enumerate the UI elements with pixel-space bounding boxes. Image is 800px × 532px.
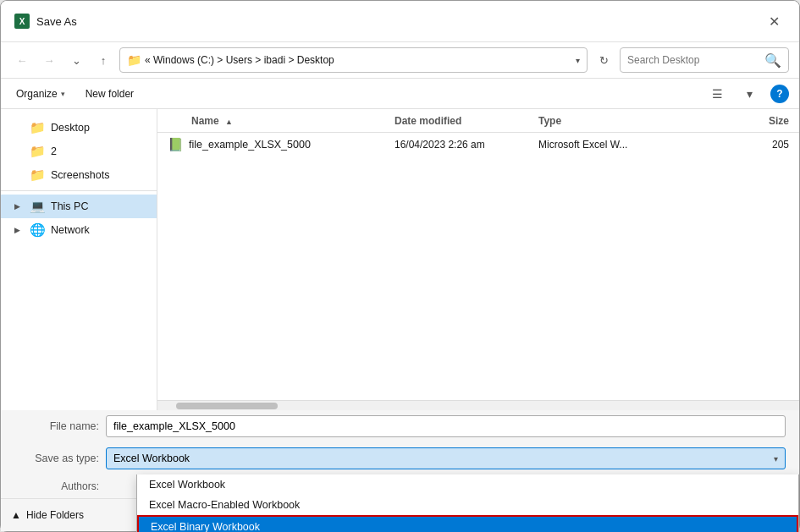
help-label: ? — [776, 88, 782, 100]
dropdown-item-label-1: Excel Macro-Enabled Workbook — [149, 499, 300, 511]
dropdown-item-label-2: Excel Binary Workbook — [151, 521, 260, 532]
search-box[interactable]: 🔍 — [620, 47, 789, 73]
col-name-label: Name — [191, 115, 219, 127]
hide-folders-arrow: ▲ — [11, 509, 21, 521]
help-button[interactable]: ? — [770, 85, 789, 103]
app-icon: X — [14, 14, 30, 29]
organize-button[interactable]: Organize ▾ — [11, 85, 70, 102]
sidebar-item-label-2: 2 — [51, 145, 57, 157]
dropdown-item-label-0: Excel Workbook — [149, 479, 225, 491]
view-list-button[interactable]: ☰ — [706, 83, 728, 105]
file-list-header: Name ▲ Date modified Type Size — [157, 109, 799, 133]
dropdown-item-excel-workbook[interactable]: Excel Workbook — [137, 474, 798, 495]
sidebar-item-this-pc[interactable]: ▶ 💻 This PC — [1, 195, 157, 218]
excel-icon: 📗 — [168, 137, 184, 152]
dropdown-item-excel-macro[interactable]: Excel Macro-Enabled Workbook — [137, 495, 798, 515]
expander-this-pc[interactable]: ▶ — [14, 202, 25, 211]
organize-arrow: ▾ — [61, 90, 65, 98]
network-icon: 🌐 — [30, 222, 46, 238]
col-header-size[interactable]: Size — [665, 115, 799, 127]
sidebar-item-desktop[interactable]: 📁 Desktop — [1, 116, 157, 140]
dropdown-arrow-icon: ▾ — [774, 454, 778, 463]
back-button[interactable]: ← — [11, 49, 33, 71]
save-as-dialog: X Save As ✕ ← → ⌄ ↑ 📁 « Windows (C:) > U… — [0, 0, 800, 532]
folder-icon: 📁 — [127, 53, 141, 67]
col-type-label: Type — [538, 115, 561, 127]
sidebar-item-label-screenshots: Screenshots — [51, 169, 109, 181]
save-as-type-label: Save as type: — [14, 452, 99, 464]
sidebar-item-label-this-pc: This PC — [51, 200, 88, 212]
sidebar-item-label-network: Network — [51, 224, 90, 236]
sidebar-item-label-desktop: Desktop — [51, 122, 90, 134]
new-folder-label: New folder — [86, 88, 134, 100]
file-list: Name ▲ Date modified Type Size 📗 file_ — [157, 109, 799, 410]
dialog-title: Save As — [36, 15, 762, 28]
file-row-name: 📗 file_example_XLSX_5000 — [157, 137, 394, 152]
hide-folders-label: Hide Folders — [26, 509, 84, 521]
table-row[interactable]: 📗 file_example_XLSX_5000 16/04/2023 2:26… — [157, 133, 799, 156]
col-header-date[interactable]: Date modified — [394, 115, 538, 127]
file-name-text: file_example_XLSX_5000 — [189, 139, 311, 151]
new-folder-button[interactable]: New folder — [80, 85, 139, 102]
hide-folders-button[interactable]: ▲ Hide Folders — [11, 509, 84, 521]
col-header-name[interactable]: Name ▲ — [157, 115, 394, 127]
dropdown-button[interactable]: ⌄ — [65, 49, 87, 71]
scrollbar-thumb[interactable] — [176, 403, 278, 409]
search-icon: 🔍 — [764, 52, 781, 69]
forward-button[interactable]: → — [38, 49, 60, 71]
main-area: 📁 Desktop 📁 2 📁 Screenshots ▶ 💻 This PC … — [1, 109, 799, 410]
address-box[interactable]: 📁 « Windows (C:) > Users > ibadi > Deskt… — [119, 47, 588, 73]
sidebar-item-network[interactable]: ▶ 🌐 Network — [1, 218, 157, 242]
title-bar: X Save As ✕ — [1, 1, 799, 42]
app-icon-letter: X — [19, 17, 25, 26]
expander-network[interactable]: ▶ — [14, 226, 25, 234]
address-path: « Windows (C:) > Users > ibadi > Desktop — [145, 54, 572, 66]
save-type-dropdown-list: Excel Workbook Excel Macro-Enabled Workb… — [136, 474, 799, 532]
save-as-type-dropdown[interactable]: Excel Workbook ▾ — [106, 447, 786, 469]
file-name-label: File name: — [14, 420, 99, 432]
toolbar: Organize ▾ New folder ☰ ▾ ? — [1, 79, 799, 109]
bottom-form-area: File name: Save as type: Excel Workbook … — [1, 410, 799, 531]
file-type: Microsoft Excel W... — [538, 139, 665, 151]
file-size: 205 — [665, 139, 799, 151]
file-name-row: File name: — [1, 410, 799, 442]
up-button[interactable]: ↑ — [92, 49, 114, 71]
sidebar-item-2[interactable]: 📁 2 — [1, 140, 157, 163]
dropdown-item-excel-binary[interactable]: Excel Binary Workbook — [137, 515, 798, 532]
col-date-label: Date modified — [394, 115, 461, 127]
col-size-label: Size — [769, 115, 789, 127]
file-name-input[interactable] — [106, 415, 786, 437]
sort-arrow: ▲ — [225, 118, 233, 126]
file-date: 16/04/2023 2:26 am — [394, 139, 538, 151]
authors-label: Authors: — [14, 480, 99, 492]
sidebar-item-screenshots[interactable]: 📁 Screenshots — [1, 163, 157, 187]
refresh-button[interactable]: ↻ — [593, 49, 615, 71]
monitor-icon: 💻 — [30, 199, 46, 214]
address-bar-row: ← → ⌄ ↑ 📁 « Windows (C:) > Users > ibadi… — [1, 42, 799, 79]
folder-icon-2: 📁 — [30, 144, 46, 159]
save-as-type-row: Save as type: Excel Workbook ▾ — [1, 442, 799, 474]
save-as-type-value: Excel Workbook — [113, 452, 190, 464]
search-input[interactable] — [627, 54, 761, 66]
sidebar-separator — [1, 190, 157, 191]
folder-icon-desktop: 📁 — [30, 120, 46, 135]
file-list-scroll[interactable]: 📗 file_example_XLSX_5000 16/04/2023 2:26… — [157, 133, 799, 400]
folder-icon-screenshots: 📁 — [30, 167, 46, 183]
col-header-type[interactable]: Type — [538, 115, 665, 127]
view-dropdown-button[interactable]: ▾ — [738, 83, 760, 105]
sidebar: 📁 Desktop 📁 2 📁 Screenshots ▶ 💻 This PC … — [1, 109, 157, 410]
organize-label: Organize — [16, 88, 58, 100]
close-button[interactable]: ✕ — [762, 9, 786, 33]
horizontal-scrollbar[interactable] — [157, 400, 799, 410]
address-dropdown-arrow[interactable]: ▾ — [576, 56, 580, 65]
